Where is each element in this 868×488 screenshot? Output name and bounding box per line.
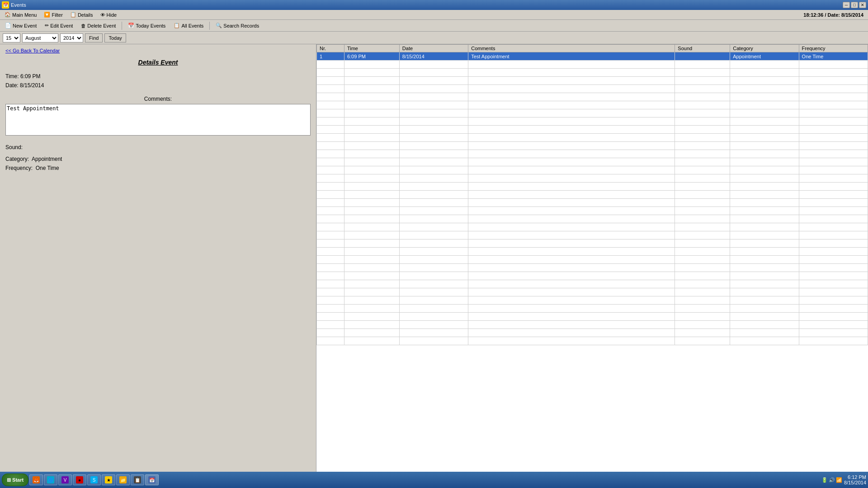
menu-bar: 🏠 Main Menu 🔽 Filter 📋 Details 👁 Hide 18… (0, 10, 868, 20)
hide-icon: 👁 (100, 12, 105, 18)
back-to-calendar-link[interactable]: << Go Back To Calendar (5, 48, 311, 53)
empty-row (317, 61, 868, 69)
empty-row (317, 313, 868, 321)
today-events-icon: 📅 (128, 23, 134, 28)
toolbar-separator (122, 22, 122, 30)
empty-row (317, 117, 868, 126)
empty-row (317, 158, 868, 166)
table-row[interactable]: 1 6:09 PM 8/15/2014 Test Appointment App… (317, 52, 868, 61)
empty-row (317, 280, 868, 288)
empty-row (317, 329, 868, 337)
category-value: Appointment (32, 156, 62, 162)
edit-event-button[interactable]: ✏ Edit Event (42, 21, 76, 31)
empty-row (317, 126, 868, 134)
details-icon: 📋 (70, 12, 76, 18)
col-category: Category (730, 45, 799, 52)
menu-item-main-menu[interactable]: 🏠 Main Menu (1, 10, 40, 19)
delete-event-label: Delete Event (87, 23, 116, 28)
empty-row (317, 223, 868, 231)
col-sound: Sound (675, 45, 730, 52)
time-row: Time: 6:09 PM (5, 73, 311, 80)
title-bar: 📅 Events ─ □ ✕ (0, 0, 868, 10)
date-row: Date: 8/15/2014 (5, 82, 311, 89)
all-events-label: All Events (181, 23, 203, 28)
empty-row (317, 69, 868, 77)
empty-row (317, 337, 868, 345)
row-count-select[interactable]: 15 5 10 20 25 50 (3, 33, 20, 42)
empty-row (317, 288, 868, 296)
month-select[interactable]: August JanuaryFebruaryMarch AprilMayJune… (22, 33, 58, 42)
empty-row (317, 191, 868, 199)
delete-event-icon: 🗑 (81, 23, 86, 28)
filter-icon: 🔽 (44, 12, 50, 18)
toolbar-separator-2 (209, 22, 210, 30)
empty-row (317, 215, 868, 223)
search-records-button[interactable]: 🔍 Search Records (212, 21, 262, 31)
empty-row (317, 321, 868, 329)
date-label: Date: (5, 82, 19, 89)
details-title: Details Event (5, 59, 311, 66)
category-row: Category: Appointment (5, 156, 311, 162)
empty-row (317, 183, 868, 191)
menu-item-filter[interactable]: 🔽 Filter (40, 10, 66, 19)
maximize-button[interactable]: □ (851, 2, 858, 8)
today-events-button[interactable]: 📅 Today Events (125, 21, 169, 31)
delete-event-button[interactable]: 🗑 Delete Event (78, 21, 119, 31)
today-button[interactable]: Today (104, 33, 126, 42)
today-events-label: Today Events (136, 23, 165, 28)
sound-label: Sound: (5, 144, 23, 150)
hide-label: Hide (107, 12, 117, 18)
find-button[interactable]: Find (85, 33, 103, 42)
menu-item-details[interactable]: 📋 Details (66, 10, 97, 19)
empty-row (317, 248, 868, 256)
details-label: Details (78, 12, 93, 18)
empty-row (317, 256, 868, 264)
empty-row (317, 296, 868, 305)
close-button[interactable]: ✕ (859, 2, 866, 8)
comments-label: Comments: (5, 96, 311, 102)
filter-bar: 15 5 10 20 25 50 August JanuaryFebruaryM… (0, 32, 868, 44)
new-event-button[interactable]: 📄 New Event (2, 21, 40, 31)
left-panel: << Go Back To Calendar Details Event Tim… (0, 44, 316, 472)
search-icon: 🔍 (216, 23, 222, 28)
empty-row (317, 77, 868, 85)
empty-row (317, 166, 868, 174)
col-date: Date (399, 45, 468, 52)
title-bar-left: 📅 Events (2, 1, 26, 9)
menu-item-hide[interactable]: 👁 Hide (97, 10, 121, 19)
empty-row (317, 239, 868, 248)
sound-row: Sound: (5, 144, 311, 150)
new-event-label: New Event (13, 23, 37, 28)
frequency-label: Frequency: (5, 165, 33, 171)
all-events-button[interactable]: 📋 All Events (170, 21, 207, 31)
empty-row (317, 305, 868, 313)
events-table: Nr. Time Date Comments Sound Category Fr… (316, 44, 868, 345)
col-frequency: Frequency (799, 45, 868, 52)
col-nr: Nr. (317, 45, 344, 52)
main-content: << Go Back To Calendar Details Event Tim… (0, 44, 868, 472)
cell-time: 6:09 PM (344, 52, 399, 61)
col-comments: Comments (468, 45, 675, 52)
frequency-value: One Time (36, 165, 59, 171)
empty-row (317, 272, 868, 280)
minimize-button[interactable]: ─ (843, 2, 850, 8)
empty-row (317, 174, 868, 183)
date-value: 8/15/2014 (20, 82, 44, 89)
app-icon: 📅 (2, 1, 9, 9)
time-label: Time: (5, 73, 19, 80)
right-panel: Nr. Time Date Comments Sound Category Fr… (316, 44, 868, 472)
category-label: Category: (5, 156, 29, 162)
table-header-row: Nr. Time Date Comments Sound Category Fr… (317, 45, 868, 52)
edit-event-label: Edit Event (50, 23, 73, 28)
cell-date: 8/15/2014 (399, 52, 468, 61)
title-bar-controls[interactable]: ─ □ ✕ (843, 2, 866, 8)
empty-row (317, 150, 868, 158)
year-select[interactable]: 2014 2012201320152016 (60, 33, 83, 42)
comments-section: Comments: (5, 96, 311, 137)
col-time: Time (344, 45, 399, 52)
all-events-icon: 📋 (174, 23, 180, 28)
empty-row (317, 134, 868, 142)
time-value: 6:09 PM (20, 73, 41, 80)
comments-box[interactable] (5, 104, 311, 136)
empty-row (317, 142, 868, 150)
